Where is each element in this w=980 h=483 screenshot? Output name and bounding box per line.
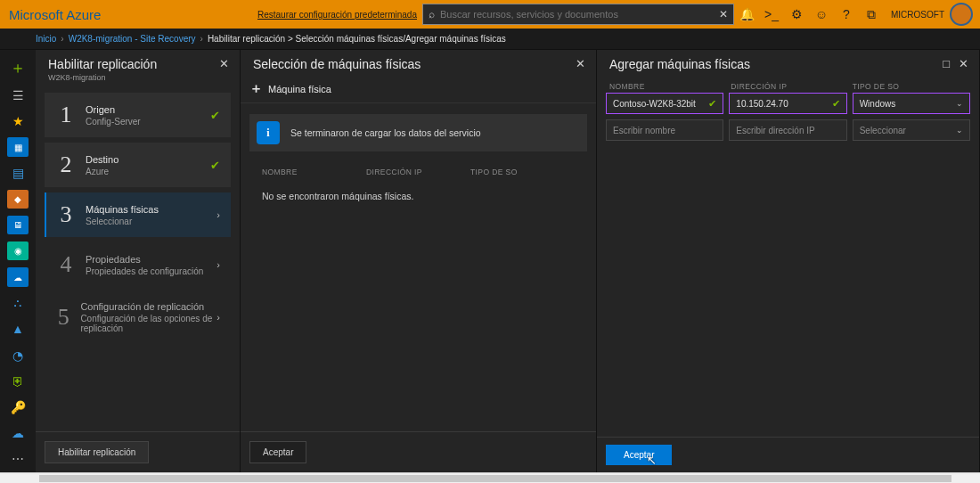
chevron-down-icon: ⌄	[956, 126, 963, 135]
list-icon[interactable]: ☰	[7, 86, 29, 104]
resource-groups-icon[interactable]: ▤	[7, 164, 29, 183]
info-banner: i Se terminaron de cargar los datos del …	[249, 114, 587, 151]
account-tenant: MICROSOFT	[891, 10, 944, 20]
step-1-source[interactable]: 1 Origen Config-Server ✔	[45, 93, 231, 137]
close-icon[interactable]: ✕	[576, 57, 585, 70]
ip-field[interactable]: Escribir dirección IP	[729, 119, 846, 141]
breadcrumb-vault[interactable]: W2K8-migration - Site Recovery	[69, 34, 196, 44]
info-text: Se terminaron de cargar los datos del se…	[290, 127, 481, 138]
breadcrumb-home[interactable]: Inicio	[36, 34, 56, 44]
ip-field[interactable]: 10.150.24.70 ✔	[729, 93, 846, 114]
horizontal-scrollbar[interactable]	[0, 472, 980, 483]
cloud-shell-icon[interactable]: >_	[759, 0, 784, 29]
add-physical-machine-label: Máquina física	[268, 84, 331, 94]
sql-databases-icon[interactable]: ◉	[7, 242, 29, 260]
chevron-right-icon: ›	[216, 209, 220, 220]
search-input[interactable]	[440, 4, 714, 24]
cloud-icon[interactable]: ☁	[7, 424, 29, 443]
clear-search-icon[interactable]: ✕	[714, 8, 733, 20]
more-services-icon[interactable]: ⋯	[7, 450, 29, 469]
scrollbar-thumb[interactable]	[39, 475, 951, 482]
blade-add-physical-machines: Agregar máquinas físicas □ ✕ NOMBRE DIRE…	[597, 50, 980, 472]
restore-defaults-link[interactable]: Restaurar configuración predeterminada	[257, 10, 417, 20]
step-subtitle: Configuración de las opciones de replica…	[80, 314, 222, 333]
global-search[interactable]: ⌕ ✕	[422, 4, 734, 25]
step-2-target[interactable]: 2 Destino Azure ✔	[45, 143, 231, 187]
avatar[interactable]	[950, 3, 973, 26]
step-subtitle: Config-Server	[86, 117, 141, 127]
col-name: NOMBRE	[606, 82, 727, 91]
enable-replication-button[interactable]: Habilitar replicación	[45, 441, 149, 463]
col-ip: DIRECCIÓN IP	[727, 82, 848, 91]
virtual-machines-icon[interactable]: 🖥	[7, 216, 29, 234]
notifications-icon[interactable]: 🔔	[734, 0, 759, 29]
step-4-properties[interactable]: 4 Propiedades Propiedades de configuraci…	[45, 242, 231, 287]
settings-gear-icon[interactable]: ⚙	[784, 0, 809, 29]
brand-logo[interactable]: Microsoft Azure	[0, 7, 113, 22]
search-icon: ⌕	[423, 8, 440, 20]
os-value: Windows	[860, 99, 896, 109]
name-placeholder: Escribir nombre	[613, 126, 675, 135]
name-field[interactable]: Escribir nombre	[606, 119, 723, 141]
col-name: NOMBRE	[262, 168, 366, 176]
top-center: Restaurar configuración predeterminada ⌕…	[257, 4, 734, 25]
add-physical-machine-button[interactable]: ＋ Máquina física	[249, 80, 331, 97]
accept-button[interactable]: Aceptar	[249, 441, 306, 463]
step-subtitle: Propiedades de configuración	[86, 266, 203, 276]
maximize-icon[interactable]: □	[943, 57, 950, 70]
network-icon[interactable]: ⛬	[7, 294, 29, 313]
azure-ad-icon[interactable]: ▲	[7, 320, 29, 339]
close-icon[interactable]: ✕	[959, 57, 968, 70]
feedback-smiley-icon[interactable]: ☺	[809, 0, 834, 29]
checkmark-icon: ✔	[832, 98, 840, 110]
storage-icon[interactable]: ☁	[7, 267, 29, 286]
breadcrumb-separator: ›	[196, 34, 208, 44]
accept-button[interactable]: Aceptar	[606, 445, 672, 465]
checkmark-icon: ✔	[210, 159, 220, 172]
blade-enable-replication: Habilitar replicación W2K8-migration ✕ 1…	[36, 50, 241, 472]
chevron-down-icon: ⌄	[956, 99, 963, 108]
create-resource-icon[interactable]: ＋	[7, 57, 29, 78]
table-header: NOMBRE DIRECCIÓN IP TIPO DE SO	[241, 151, 596, 180]
breadcrumb: Inicio › W2K8-migration - Site Recovery …	[0, 29, 980, 50]
blade-title: Selección de máquinas físicas	[253, 57, 421, 71]
step-title: Máquinas físicas	[86, 204, 159, 215]
top-icon-bar: 🔔 >_ ⚙ ☺ ? ⧉	[734, 0, 884, 29]
monitor-icon[interactable]: ◔	[7, 346, 29, 364]
ip-placeholder: Escribir dirección IP	[736, 126, 814, 135]
directory-filter-icon[interactable]: ⧉	[859, 0, 884, 29]
step-title: Configuración de replicación	[80, 301, 222, 312]
dashboard-icon[interactable]: ▦	[7, 137, 29, 156]
step-number: 3	[53, 201, 78, 228]
name-value: Contoso-W2K8-32bit	[613, 99, 696, 109]
key-icon[interactable]: 🔑	[7, 397, 29, 416]
col-os: TIPO DE SO	[470, 168, 575, 176]
mouse-cursor-icon: ↖	[647, 454, 657, 467]
table-row: Escribir nombre Escribir dirección IP Se…	[597, 119, 979, 141]
app-services-icon[interactable]: ◆	[7, 190, 29, 209]
step-number: 5	[53, 304, 73, 331]
security-shield-icon[interactable]: ⛨	[7, 372, 29, 390]
table-header: NOMBRE DIRECCIÓN IP TIPO DE SO	[597, 75, 979, 93]
favorites-star-icon[interactable]: ★	[7, 111, 29, 130]
step-title: Propiedades	[86, 254, 203, 265]
step-title: Destino	[86, 154, 118, 165]
checkmark-icon: ✔	[210, 109, 220, 122]
step-5-replication-settings[interactable]: 5 Configuración de replicación Configura…	[45, 292, 231, 342]
top-bar: Microsoft Azure Restaurar configuración …	[0, 0, 980, 29]
name-field[interactable]: Contoso-W2K8-32bit ✔	[606, 93, 723, 114]
close-icon[interactable]: ✕	[219, 57, 229, 70]
step-number: 2	[53, 151, 78, 178]
step-title: Origen	[86, 104, 141, 115]
step-subtitle: Seleccionar	[86, 217, 159, 226]
breadcrumb-current: Habilitar replicación > Selección máquin…	[208, 34, 506, 44]
step-number: 4	[53, 251, 78, 278]
left-nav: ＋ ☰ ★ ▦ ▤ ◆ 🖥 ◉ ☁ ⛬ ▲ ◔ ⛨ 🔑 ☁ ⋯	[0, 50, 36, 472]
os-select[interactable]: Windows ⌄	[853, 93, 970, 114]
help-icon[interactable]: ?	[834, 0, 859, 29]
account-widget[interactable]: MICROSOFT	[884, 3, 980, 26]
os-select[interactable]: Seleccionar ⌄	[853, 119, 970, 141]
table-row: Contoso-W2K8-32bit ✔ 10.150.24.70 ✔ Wind…	[597, 93, 979, 114]
step-3-physical-machines[interactable]: 3 Máquinas físicas Seleccionar ›	[45, 192, 231, 237]
workspace: ＋ ☰ ★ ▦ ▤ ◆ 🖥 ◉ ☁ ⛬ ▲ ◔ ⛨ 🔑 ☁ ⋯ Habilita…	[0, 50, 980, 472]
